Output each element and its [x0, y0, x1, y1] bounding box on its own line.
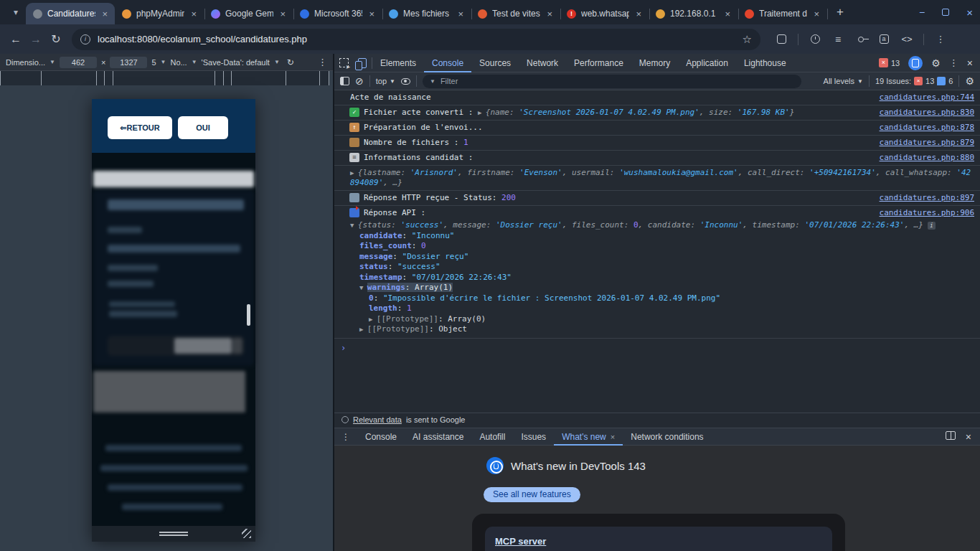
expand-caret-icon[interactable]: ▶	[478, 109, 486, 116]
reload-button[interactable]: ↻	[46, 32, 66, 46]
browser-tab[interactable]: !web.whatsapp×	[560, 3, 649, 24]
close-tab-icon[interactable]: ×	[545, 9, 554, 19]
browser-tab[interactable]: Candidatures×	[26, 3, 115, 24]
source-link[interactable]: candidatures.php:879	[880, 138, 974, 147]
device-toolbar-menu-icon[interactable]: ⋮	[318, 57, 327, 67]
close-tab-icon[interactable]: ×	[456, 9, 465, 19]
devtools-tab-elements[interactable]: Elements	[372, 54, 424, 72]
see-all-features-button[interactable]: See all new features	[484, 487, 580, 502]
console-settings-icon[interactable]: ⚙	[965, 75, 974, 87]
console-filter-input[interactable]: ▼ Filter	[423, 75, 801, 88]
drawer-tab-ai-assistance[interactable]: AI assistance	[405, 428, 471, 446]
close-tab-icon[interactable]: ×	[367, 9, 376, 19]
media-query-segment[interactable]	[41, 71, 96, 85]
browser-tab[interactable]: Microsoft 365×	[293, 3, 382, 24]
close-tab-icon[interactable]: ×	[812, 9, 821, 19]
source-link[interactable]: candidatures.php:744	[880, 93, 974, 102]
close-tab-icon[interactable]: ×	[100, 9, 109, 19]
drawer-layout-icon[interactable]	[946, 431, 956, 440]
close-tab-icon[interactable]: ×	[278, 9, 287, 19]
expand-caret-icon[interactable]: ▶	[350, 169, 358, 176]
close-window-button[interactable]: ×	[966, 6, 973, 19]
expand-caret-icon[interactable]: ▼	[359, 284, 367, 291]
drawer-tab-issues[interactable]: Issues	[513, 428, 554, 446]
live-expression-icon[interactable]	[401, 78, 410, 85]
media-query-segment[interactable]	[104, 71, 113, 85]
privacy-link[interactable]: Relevant data	[353, 415, 402, 424]
media-query-segment[interactable]	[96, 71, 104, 85]
console-sidebar-icon[interactable]	[340, 77, 349, 85]
browser-menu-icon[interactable]: ⋮	[934, 33, 947, 46]
extensions-icon[interactable]	[775, 33, 788, 46]
source-link[interactable]: candidatures.php:906	[880, 208, 974, 217]
browser-tab[interactable]: Test de vitesse×	[471, 3, 560, 24]
new-tab-button[interactable]: +	[831, 5, 849, 19]
back-button[interactable]: ←	[6, 33, 26, 46]
throttling-select[interactable]: No...	[170, 58, 187, 67]
close-devtools-icon[interactable]: ×	[967, 57, 973, 69]
devtools-tab-application[interactable]: Application	[678, 54, 736, 72]
media-query-segment[interactable]	[231, 71, 286, 85]
forward-button[interactable]: →	[26, 33, 46, 46]
devtools-tab-lighthouse[interactable]: Lighthouse	[736, 54, 794, 72]
devtools-tab-performance[interactable]: Performance	[566, 54, 631, 72]
devtools-tab-console[interactable]: Console	[424, 54, 471, 72]
inspect-element-icon[interactable]	[334, 58, 353, 67]
address-bar[interactable]: i localhost:8080/ecolanum_school/candida…	[72, 29, 760, 50]
drawer-tab-what-s-new[interactable]: What's new×	[554, 428, 623, 446]
media-query-segment[interactable]	[223, 71, 231, 85]
devtools-tab-memory[interactable]: Memory	[631, 54, 678, 72]
close-tab-icon[interactable]: ×	[189, 9, 198, 19]
dev-sites-icon[interactable]: <>	[900, 33, 913, 46]
width-input[interactable]: 462	[60, 57, 97, 68]
close-drawer-icon[interactable]: ×	[966, 431, 971, 443]
device-toolbar-toggle-icon[interactable]	[353, 58, 372, 68]
restore-button[interactable]	[942, 9, 949, 16]
expand-caret-icon[interactable]: ▶	[369, 316, 377, 323]
browser-tab[interactable]: Google Gemini×	[204, 3, 293, 24]
reading-list-icon[interactable]: ≡	[831, 33, 844, 46]
browser-tab[interactable]: phpMyAdmin×	[115, 3, 204, 24]
close-tab-icon[interactable]: ×	[723, 9, 732, 19]
media-query-segment[interactable]	[113, 71, 215, 85]
history-icon[interactable]	[809, 33, 821, 46]
close-drawer-tab-icon[interactable]: ×	[611, 433, 615, 441]
site-info-icon[interactable]: i	[80, 34, 90, 44]
source-link[interactable]: candidatures.php:880	[880, 153, 974, 162]
drawer-tab-console[interactable]: Console	[357, 428, 405, 446]
execution-context-select[interactable]: top▼	[376, 77, 395, 85]
media-query-segment[interactable]	[215, 71, 223, 85]
resize-corner-icon[interactable]	[242, 529, 251, 538]
error-count-badge[interactable]: ×13	[879, 58, 900, 67]
console-prompt[interactable]: ›	[334, 339, 980, 353]
media-query-segment[interactable]	[286, 71, 319, 85]
rotate-device-icon[interactable]: ↻	[287, 57, 294, 67]
page-scrollbar-thumb[interactable]	[247, 304, 250, 326]
save-data-select[interactable]: 'Save-Data': default	[202, 58, 270, 67]
source-link[interactable]: candidatures.php:830	[880, 108, 974, 117]
browser-tab[interactable]: 192.168.0.1×	[649, 3, 738, 24]
browser-tab[interactable]: Traitement de×	[738, 3, 826, 24]
media-query-segment[interactable]	[319, 71, 329, 85]
translate-icon[interactable]: a	[877, 33, 890, 46]
devtools-tab-sources[interactable]: Sources	[471, 54, 519, 72]
close-tab-icon[interactable]: ×	[634, 9, 643, 19]
expand-caret-icon[interactable]: ▶	[359, 326, 367, 333]
ai-assistance-icon[interactable]	[908, 56, 923, 70]
log-levels-select[interactable]: All levels▼	[824, 77, 863, 85]
expand-caret-icon[interactable]: ▼	[350, 222, 358, 229]
clear-console-icon[interactable]: ⊘	[355, 75, 364, 87]
minimize-button[interactable]: −	[919, 6, 925, 18]
devtools-menu-icon[interactable]: ⋮	[949, 57, 958, 68]
source-link[interactable]: candidatures.php:897	[880, 193, 974, 202]
drawer-tab-network-conditions[interactable]: Network conditions	[623, 428, 711, 446]
height-input[interactable]: 1327	[110, 57, 147, 68]
browser-tab[interactable]: Mes fichiers -×	[382, 3, 471, 24]
media-query-bar[interactable]	[0, 71, 333, 85]
passwords-icon[interactable]	[854, 33, 867, 46]
drawer-menu-icon[interactable]: ⋮	[334, 432, 357, 442]
bookmark-star-icon[interactable]: ☆	[743, 33, 752, 46]
resize-handle[interactable]	[159, 532, 188, 533]
tab-search-chevron-icon[interactable]: ▾	[6, 7, 26, 17]
settings-gear-icon[interactable]: ⚙	[931, 57, 941, 69]
